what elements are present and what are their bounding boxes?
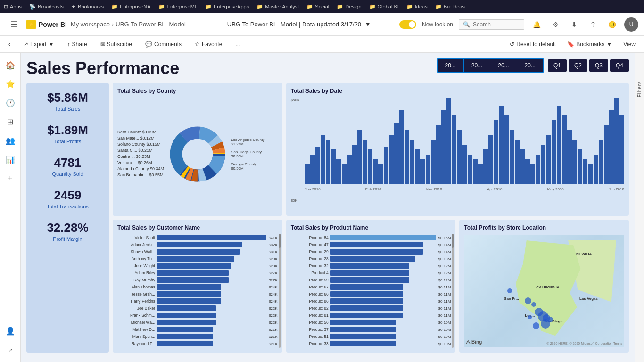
- breadcrumb-workspace[interactable]: My workspace: [71, 21, 110, 28]
- date-bar-53: [583, 159, 587, 184]
- product-bar-label-2: Product 29: [291, 249, 329, 254]
- product-bar-fill-6: [330, 277, 409, 283]
- nav-enterprise-apps[interactable]: 📁 EnterpriseApps: [205, 4, 249, 10]
- date-chart-content: $50K $0K Jan 2018 Feb 2018 Mar 2018 Apr …: [291, 98, 624, 210]
- sidebar-workspaces[interactable]: 📊: [2, 151, 19, 168]
- customer-scrollbar[interactable]: [279, 234, 281, 348]
- nav-global-bi[interactable]: 📁 Global BI: [369, 4, 399, 10]
- product-bar-label-13: Product 37: [291, 327, 329, 332]
- download-button[interactable]: ⬇: [568, 18, 581, 31]
- nav-bookmarks[interactable]: ★ Bookmarks: [71, 4, 104, 10]
- date-bar-41: [520, 149, 525, 184]
- sidebar-user[interactable]: 👤: [2, 322, 19, 339]
- product-bar-fill-8: [330, 291, 403, 297]
- county-legend-right: Los Angeles County $1.27M San Diego Coun…: [231, 138, 264, 171]
- export-dropdown-icon: ▼: [49, 41, 54, 48]
- settings-button[interactable]: ⚙: [549, 18, 562, 31]
- sidebar-favorites[interactable]: ⭐: [2, 75, 19, 92]
- view-button[interactable]: View: [620, 39, 638, 49]
- header-left: ☰ ⚡ Power BI My workspace › UBG To Power…: [6, 16, 198, 33]
- nav-biz-ideas[interactable]: 📁 Biz Ideas: [435, 4, 465, 10]
- product-bar-label-11: Product 81: [291, 313, 329, 318]
- filters-panel[interactable]: Filters: [635, 53, 644, 362]
- toolbar-right: ↺ Reset to default 🔖 Bookmarks ▼ View: [507, 39, 638, 49]
- customer-bar-label-10: Joe Baker: [117, 306, 155, 311]
- user-avatar[interactable]: U: [624, 17, 638, 32]
- customer-scroll-thumb[interactable]: [279, 234, 281, 248]
- customer-bar-label-6: Roy Murphy: [117, 278, 155, 282]
- reset-button[interactable]: ↺ Reset to default: [507, 39, 559, 49]
- customer-bar-fill-7: [157, 284, 221, 290]
- sidebar-create[interactable]: +: [2, 170, 19, 187]
- nav-social[interactable]: 📁 Social: [306, 4, 329, 10]
- product-bar-fill-10: [330, 305, 403, 311]
- nav-enterprise-dna[interactable]: 📁 EnterpriseNA: [111, 4, 150, 10]
- product-bar-value-5: $0.12M: [438, 271, 451, 275]
- bookmarks-button[interactable]: 🔖 Bookmarks ▼: [564, 39, 615, 49]
- dropdown-icon[interactable]: ▼: [365, 21, 371, 28]
- sidebar-expand[interactable]: ↗: [2, 341, 19, 358]
- export-button[interactable]: ↗ Export ▼: [21, 39, 57, 49]
- year-btn-4[interactable]: 20...: [517, 59, 543, 72]
- customer-bar-row-10: Joe Baker$22K: [117, 305, 278, 311]
- subscribe-button[interactable]: ✉ Subscribe: [98, 39, 135, 49]
- product-bar-fill-3: [330, 256, 416, 262]
- new-look-toggle[interactable]: [399, 20, 416, 29]
- product-bar-value-7: $0.11M: [438, 285, 451, 289]
- q2-btn[interactable]: Q2: [569, 59, 587, 72]
- date-bar-51: [572, 140, 577, 184]
- nav-apps[interactable]: ⊞ Apps: [4, 4, 22, 10]
- nav-enterprise-ml[interactable]: 📁 EnterpriseML: [158, 4, 198, 10]
- sidebar-home[interactable]: 🏠: [2, 57, 19, 74]
- product-bar-label-8: Product 66: [291, 292, 329, 296]
- nav-broadcasts[interactable]: 📡 Broadcasts: [29, 4, 64, 10]
- product-scroll-thumb[interactable]: [452, 234, 454, 248]
- notifications-button[interactable]: 🔔: [530, 18, 543, 31]
- product-bar-label-4: Product 32: [291, 263, 329, 268]
- date-bar-44: [536, 155, 540, 184]
- product-bar-value-12: $0.10M: [438, 321, 451, 325]
- customer-bar-label-3: Anthony Tu...: [117, 256, 155, 261]
- q3-btn[interactable]: Q3: [589, 59, 608, 72]
- share-button[interactable]: ↑ Share: [65, 39, 90, 49]
- product-bar-row-9: Product 86$0.11M: [291, 298, 451, 304]
- help-button[interactable]: ?: [586, 18, 600, 31]
- product-bar-row-7: Product 67$0.11M: [291, 284, 451, 290]
- legend-item-solano: Solano County $0.15M: [117, 142, 164, 147]
- sidebar-apps[interactable]: ⊞: [2, 113, 19, 130]
- product-bar-value-0: $0.16M: [438, 236, 451, 240]
- year-btn-3[interactable]: 20...: [490, 59, 517, 72]
- year-btn-1[interactable]: 20...: [438, 59, 464, 72]
- customer-bar-value-6: $27K: [269, 278, 278, 282]
- legend-item-contra: Contra ... $0.23M: [117, 154, 164, 159]
- customer-bar-value-4: $28K: [269, 264, 278, 268]
- nav-master-analyst[interactable]: 📁 Master Analyst: [256, 4, 299, 10]
- kpi-margin-label: Profit Margin: [34, 236, 101, 242]
- date-bar-18: [399, 110, 404, 184]
- sidebar-recent[interactable]: 🕐: [2, 94, 19, 111]
- comments-button[interactable]: 💬 Comments: [142, 39, 184, 49]
- product-bar-label-3: Product 28: [291, 256, 329, 261]
- nav-design[interactable]: 📁 Design: [337, 4, 361, 10]
- date-bar-9: [352, 145, 357, 184]
- product-scrollbar[interactable]: [452, 234, 454, 348]
- q4-btn[interactable]: Q4: [610, 59, 629, 72]
- hamburger-button[interactable]: ☰: [6, 16, 23, 33]
- breadcrumb-model[interactable]: UBG To Power BI - Model: [116, 21, 186, 28]
- product-bar-value-1: $0.14M: [438, 243, 451, 247]
- date-bar-2: [315, 147, 320, 184]
- year-btn-2[interactable]: 20...: [464, 59, 490, 72]
- date-bar-29: [457, 130, 462, 184]
- subscribe-icon: ✉: [100, 41, 105, 48]
- customer-bar-label-2: Shawn Wall...: [117, 249, 155, 254]
- q1-btn[interactable]: Q1: [548, 59, 567, 72]
- more-button[interactable]: ...: [232, 39, 243, 49]
- emoji-button[interactable]: 🙂: [605, 18, 619, 31]
- sidebar-shared[interactable]: 👥: [2, 132, 19, 149]
- search-input[interactable]: [473, 21, 520, 28]
- folder-icon-9: 📁: [435, 4, 442, 10]
- collapse-button[interactable]: ‹: [6, 39, 13, 49]
- favorite-button[interactable]: ☆ Favorite: [192, 39, 225, 49]
- nav-ideas[interactable]: 📁 Ideas: [406, 4, 428, 10]
- search-box[interactable]: 🔍: [459, 19, 524, 30]
